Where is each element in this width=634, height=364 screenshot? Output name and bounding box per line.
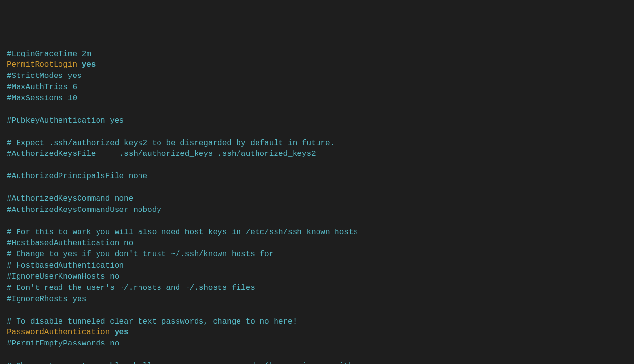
comment-text: # Don't read the user's ~/.rhosts and ~/… bbox=[7, 284, 255, 292]
config-line: #StrictModes yes bbox=[7, 71, 627, 82]
comment-text: #MaxSessions 10 bbox=[7, 94, 77, 103]
config-editor[interactable]: #LoginGraceTime 2mPermitRootLogin yes#St… bbox=[7, 49, 627, 364]
config-line: #PubkeyAuthentication yes bbox=[7, 115, 627, 127]
config-line: PasswordAuthentication yes bbox=[7, 327, 627, 338]
comment-text: # Change to yes if you don't trust ~/.ss… bbox=[7, 250, 274, 259]
config-line: # Don't read the user's ~/.rhosts and ~/… bbox=[7, 283, 627, 294]
comment-text: # For this to work you will also need ho… bbox=[7, 228, 358, 237]
config-line bbox=[7, 305, 627, 316]
config-line bbox=[7, 104, 627, 115]
comment-text: # Change to yes to enable challenge-resp… bbox=[7, 362, 354, 364]
comment-text: #HostbasedAuthentication no bbox=[7, 239, 133, 248]
config-line: # To disable tunneled clear text passwor… bbox=[7, 316, 627, 327]
config-line: #AuthorizedKeysCommand none bbox=[7, 193, 627, 205]
config-line: PermitRootLogin yes bbox=[7, 59, 627, 71]
config-line: #IgnoreRhosts yes bbox=[7, 294, 627, 305]
comment-text: #PubkeyAuthentication yes bbox=[7, 116, 124, 125]
config-line: # Change to yes to enable challenge-resp… bbox=[7, 361, 627, 364]
comment-text: # Expect .ssh/authorized_keys2 to be dis… bbox=[7, 139, 335, 148]
comment-text: #MaxAuthTries 6 bbox=[7, 83, 77, 92]
comment-text: #IgnoreUserKnownHosts no bbox=[7, 272, 119, 281]
config-line: # HostbasedAuthentication bbox=[7, 260, 627, 271]
config-line: # For this to work you will also need ho… bbox=[7, 227, 627, 238]
directive-name: PermitRootLogin bbox=[7, 60, 82, 69]
comment-text: #StrictModes yes bbox=[7, 72, 82, 80]
comment-text: # HostbasedAuthentication bbox=[7, 261, 124, 270]
comment-text: #IgnoreRhosts yes bbox=[7, 295, 86, 304]
config-line bbox=[7, 216, 627, 227]
comment-text: #LoginGraceTime 2m bbox=[7, 50, 91, 58]
config-line bbox=[7, 349, 627, 361]
config-line bbox=[7, 160, 627, 171]
comment-text: #AuthorizedKeysCommand none bbox=[7, 194, 133, 203]
config-line: # Change to yes if you don't trust ~/.ss… bbox=[7, 249, 627, 260]
comment-text: #AuthorizedKeysFile .ssh/authorized_keys… bbox=[7, 150, 316, 158]
config-line: #IgnoreUserKnownHosts no bbox=[7, 271, 627, 283]
config-line: # Expect .ssh/authorized_keys2 to be dis… bbox=[7, 138, 627, 149]
config-line bbox=[7, 127, 627, 138]
directive-name: PasswordAuthentication bbox=[7, 328, 115, 337]
comment-text: #PermitEmptyPasswords no bbox=[7, 339, 119, 348]
config-line: #MaxSessions 10 bbox=[7, 93, 627, 104]
directive-value: yes bbox=[115, 328, 129, 337]
config-line bbox=[7, 182, 627, 193]
config-line: #PermitEmptyPasswords no bbox=[7, 338, 627, 349]
config-line: #MaxAuthTries 6 bbox=[7, 82, 627, 93]
comment-text: #AuthorizedKeysCommandUser nobody bbox=[7, 206, 161, 214]
config-line: #AuthorizedPrincipalsFile none bbox=[7, 171, 627, 182]
config-line: #HostbasedAuthentication no bbox=[7, 238, 627, 249]
comment-text: #AuthorizedPrincipalsFile none bbox=[7, 172, 147, 181]
config-line: #AuthorizedKeysFile .ssh/authorized_keys… bbox=[7, 149, 627, 160]
config-line: #AuthorizedKeysCommandUser nobody bbox=[7, 205, 627, 216]
comment-text: # To disable tunneled clear text passwor… bbox=[7, 317, 297, 326]
directive-value: yes bbox=[82, 60, 96, 69]
config-line: #LoginGraceTime 2m bbox=[7, 49, 627, 60]
